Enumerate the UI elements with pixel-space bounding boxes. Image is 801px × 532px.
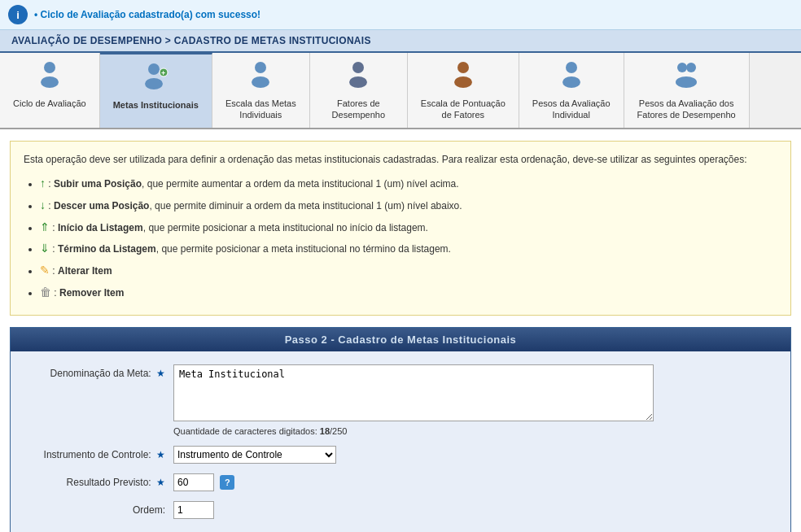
info-item-edit: ✎ : Alterar Item xyxy=(40,261,777,281)
notification-bar: i • Ciclo de Avaliação cadastrado(a) com… xyxy=(0,0,801,30)
edit-icon: ✎ xyxy=(40,264,50,277)
svg-point-12 xyxy=(566,62,577,73)
ordem-label: Ordem: xyxy=(27,501,173,516)
step-body: Denominação da Meta: ★ Quantidade de car… xyxy=(11,351,790,532)
denominacao-textarea[interactable] xyxy=(173,364,654,421)
svg-point-0 xyxy=(44,62,55,73)
ordem-control xyxy=(173,501,774,519)
svg-point-15 xyxy=(686,63,696,72)
tab-fatores[interactable]: Fatores deDesempenho xyxy=(310,53,408,128)
info-list: ↑ : Subir uma Posição, que permite aumen… xyxy=(40,174,777,303)
tab-pesos-fatores-label: Pesos da Avaliação dosFatores de Desempe… xyxy=(637,98,736,121)
escala-pontuacao-icon xyxy=(449,59,478,94)
step-section: Passo 2 - Cadastro de Metas Instituciona… xyxy=(10,327,791,532)
tab-escala-pontuacao[interactable]: Escala de Pontuaçãode Fatores xyxy=(408,53,519,128)
info-intro: Esta operação deve ser utilizada para de… xyxy=(24,151,777,168)
resultado-input[interactable] xyxy=(173,473,214,491)
fatores-icon xyxy=(344,59,373,94)
svg-point-1 xyxy=(41,76,59,88)
char-count: Quantidade de caracteres digitados: 18/2… xyxy=(173,426,774,436)
remover-item-label: Remover Item xyxy=(59,287,124,299)
tab-escala-metas[interactable]: Escala das MetasIndividuais xyxy=(212,53,310,128)
breadcrumb: Avaliação de Desempenho > Cadastro de Me… xyxy=(0,30,801,53)
tab-escala-pontuacao-label: Escala de Pontuaçãode Fatores xyxy=(421,98,506,121)
help-icon[interactable]: ? xyxy=(220,475,234,490)
tab-ciclo-avaliacao[interactable]: Ciclo de Avaliação xyxy=(0,53,100,128)
tab-pesos-avaliacao[interactable]: Pesos da AvaliaçãoIndividual xyxy=(519,53,624,128)
info-item-top: ⇑ : Início da Listagem, que permite posi… xyxy=(40,218,777,238)
form-row-resultado: Resultado Previsto: ★ ? xyxy=(27,473,774,491)
form-row-denominacao: Denominação da Meta: ★ Quantidade de car… xyxy=(27,364,774,436)
info-item-up: ↑ : Subir uma Posição, que permite aumen… xyxy=(40,174,777,194)
nav-tabs: Ciclo de Avaliação + Metas Institucionai… xyxy=(0,53,801,129)
tab-pesos-fatores[interactable]: Pesos da Avaliação dosFatores de Desempe… xyxy=(624,53,750,128)
resultado-label: Resultado Previsto: ★ xyxy=(27,473,173,488)
down-icon: ↓ xyxy=(40,198,46,211)
metas-icon: + xyxy=(141,61,170,96)
form-row-ordem: Ordem: xyxy=(27,501,774,519)
tab-escala-metas-label: Escala das MetasIndividuais xyxy=(225,98,296,121)
top-icon: ⇑ xyxy=(40,220,50,233)
notification-message: • Ciclo de Avaliação cadastrado(a) com s… xyxy=(34,9,260,20)
svg-text:+: + xyxy=(161,69,165,77)
tab-metas-label: Metas Institucionais xyxy=(113,99,199,111)
svg-point-11 xyxy=(454,76,472,88)
svg-point-9 xyxy=(349,76,367,88)
svg-point-7 xyxy=(252,76,269,88)
tab-pesos-avaliacao-label: Pesos da AvaliaçãoIndividual xyxy=(532,98,611,121)
bottom-icon: ⇓ xyxy=(40,242,50,255)
info-icon: i xyxy=(8,5,28,24)
svg-point-16 xyxy=(676,76,697,88)
svg-point-2 xyxy=(148,63,160,75)
svg-point-14 xyxy=(677,63,687,72)
tab-fatores-label: Fatores deDesempenho xyxy=(332,98,385,121)
denominacao-required-star: ★ xyxy=(156,368,165,379)
info-section: Esta operação deve ser utilizada para de… xyxy=(10,141,791,316)
pesos-fatores-icon xyxy=(672,59,701,94)
controle-required-star: ★ xyxy=(156,449,165,460)
info-item-bottom: ⇓ : Término da Listagem, que permite pos… xyxy=(40,239,777,259)
up-icon: ↑ xyxy=(40,177,46,190)
resultado-control: ? xyxy=(173,473,774,491)
ordem-input[interactable] xyxy=(173,501,214,519)
ciclo-icon xyxy=(35,59,64,94)
remove-icon: 🗑 xyxy=(40,286,51,299)
char-count-current: 18 xyxy=(320,426,330,436)
svg-point-13 xyxy=(562,76,580,88)
info-item-remove: 🗑 : Remover Item xyxy=(40,283,777,303)
tab-ciclo-label: Ciclo de Avaliação xyxy=(13,98,86,109)
svg-point-8 xyxy=(352,62,364,73)
pesos-avaliacao-icon xyxy=(557,59,586,94)
controle-select[interactable]: Instrumento de Controle xyxy=(173,446,336,464)
svg-point-6 xyxy=(255,62,266,73)
info-item-down: ↓ : Descer uma Posição, que permite dimi… xyxy=(40,196,777,216)
denominacao-control: Quantidade de caracteres digitados: 18/2… xyxy=(173,364,774,436)
controle-control: Instrumento de Controle xyxy=(173,446,774,464)
svg-point-10 xyxy=(457,62,469,73)
resultado-required-star: ★ xyxy=(156,477,165,488)
controle-label: Instrumento de Controle: ★ xyxy=(27,446,173,460)
svg-point-3 xyxy=(145,78,163,89)
escala-metas-icon xyxy=(246,59,275,94)
denominacao-label: Denominação da Meta: ★ xyxy=(27,364,173,379)
form-row-controle: Instrumento de Controle: ★ Instrumento d… xyxy=(27,446,774,464)
tab-metas-institucionais[interactable]: + Metas Institucionais xyxy=(100,53,212,128)
step-header: Passo 2 - Cadastro de Metas Instituciona… xyxy=(11,328,790,351)
